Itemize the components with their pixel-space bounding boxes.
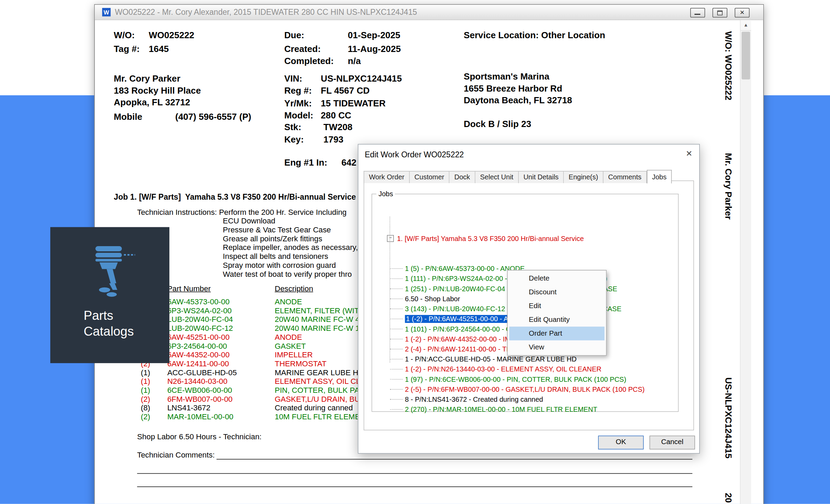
shop-labor-line: Shop Labor 6.50 Hours - Technician: [137, 432, 262, 441]
customer-address1: 183 Rocky Hill Place [114, 86, 201, 96]
instruction-line: Pressure & Vac Test Gear Case [223, 225, 364, 234]
part-number: 6CE-WB006-00-00 [167, 386, 275, 395]
part-description: 10M FUEL FLTR ELEMENT [275, 412, 370, 421]
context-menu: DeleteDiscountEditEdit QuantityOrder Par… [507, 270, 607, 356]
comments-line-3 [137, 486, 692, 487]
tile-label-line1: Parts [84, 307, 134, 323]
part-number: 6P3-WS24A-02-00 [167, 306, 275, 315]
tree-item-row[interactable]: 1 (97) - P/N:6CE-WB006-00-00 - PIN, COTT… [405, 374, 644, 384]
part-qty: (1) [141, 368, 167, 377]
restore-button[interactable] [713, 8, 727, 18]
vin-label: VIN: [284, 74, 302, 84]
key-value: 1793 [323, 135, 343, 145]
tree-item-row[interactable]: 1 (-2) - P/N:N26-13440-03-00 - ELEMENT A… [405, 364, 644, 374]
cancel-button[interactable]: Cancel [650, 435, 695, 449]
scroll-up-icon[interactable]: ▲ [740, 20, 751, 31]
comments-label: Technician Comments: [137, 451, 215, 459]
menu-item-order-part[interactable]: Order Part [509, 327, 605, 340]
part-number: 6P3-24564-00-00 [167, 342, 275, 351]
vertical-scrollbar[interactable]: ▲ [740, 20, 751, 504]
close-button[interactable]: ✕ [735, 8, 749, 18]
ok-button[interactable]: OK [598, 435, 644, 449]
menu-item-edit-quantity[interactable]: Edit Quantity [508, 313, 606, 327]
menu-item-delete[interactable]: Delete [508, 272, 606, 285]
jobs-group-label: Jobs [376, 190, 395, 198]
tree-item-row[interactable]: 2 (-5) - P/N:6FM-WB007-00-00 - GASKET,L/… [405, 384, 644, 394]
tab-comments[interactable]: Comments [603, 171, 647, 183]
tree-item-label: 1 (5) - P/N:6AW-45373-00-00 - ANODE [405, 265, 525, 273]
instruction-line: ECU Download [223, 217, 364, 225]
minimize-icon [694, 14, 700, 15]
tree-root-label: 1. [W/F Parts] Yamaha 5.3 V8 F350 200 Hr… [397, 233, 584, 243]
tab-engine-s-[interactable]: Engine(s) [564, 171, 603, 183]
part-description: MARINE GEAR LUBE HD [275, 368, 364, 377]
tab-unit-details[interactable]: Unit Details [519, 171, 564, 183]
tree-item-label: 8 - P/N:LNS41-3672 - Created during cann… [405, 396, 543, 403]
spine-label: Mr. Cory Parker [723, 153, 733, 219]
marina-name: Sportsman's Marina [464, 72, 549, 82]
part-description: THERMOSTAT [275, 359, 326, 368]
wo-label: W/O: [114, 30, 135, 41]
window-titlebar[interactable]: W WO025222 - Mr. Cory Alexander, 2015 TI… [95, 5, 763, 20]
part-number: LNS41-3672 [167, 403, 275, 412]
scrollbar-thumb[interactable] [742, 32, 750, 79]
window-title: WO025222 - Mr. Cory Alexander, 2015 TIDE… [115, 8, 417, 17]
due-value: 01-Sep-2025 [348, 30, 400, 41]
model-label: Model: [284, 111, 313, 121]
tab-customer[interactable]: Customer [410, 171, 450, 183]
tile-label: Parts Catalogs [84, 307, 134, 339]
tab-dock[interactable]: Dock [450, 171, 475, 183]
tab-select-unit[interactable]: Select Unit [475, 171, 519, 183]
part-number: LUB-20W40-FC-12 [167, 324, 275, 333]
part-qty: (8) [141, 403, 167, 412]
desktop: W WO025222 - Mr. Cory Alexander, 2015 TI… [0, 0, 830, 504]
vin-value: US-NLPXC124J415 [321, 74, 402, 84]
marina-address2: Daytona Beach, FL 32718 [464, 95, 572, 106]
instructions-intro: Technician Instructions: Perform the 200… [137, 208, 346, 217]
app-icon: W [102, 8, 111, 17]
part-description: IMPELLER [275, 350, 313, 359]
tag-value: 1645 [149, 44, 169, 55]
menu-item-discount[interactable]: Discount [508, 285, 606, 299]
job-title: Job 1. [W/F Parts] Yamaha 5.3 V8 F350 20… [114, 192, 356, 201]
completed-value: n/a [348, 56, 361, 67]
minimize-button[interactable] [690, 8, 705, 18]
tree-item-label: 2 (270) - P/N:MAR-10MEL-00-00 - 10M FUEL… [405, 406, 597, 413]
mobile-value: (407) 596-6557 (P) [175, 112, 251, 122]
part-number: ACC-GLUBE-HD-05 [167, 368, 275, 377]
stk-label: Stk: [284, 122, 301, 133]
marina-address1: 1655 Breeze Harbor Rd [464, 84, 562, 94]
dialog-close-icon[interactable]: ✕ [686, 149, 692, 158]
close-icon: ✕ [735, 9, 749, 17]
instruction-line: Inspect all belts and tensioners [223, 252, 364, 261]
parts-catalogs-tile[interactable]: Parts Catalogs [50, 227, 169, 363]
key-label: Key: [284, 135, 304, 145]
tree-item-label: 1 - P/N:ACC-GLUBE-HD-05 - MARINE GEAR LU… [405, 355, 577, 363]
tree-item-row[interactable]: 8 - P/N:LNS41-3672 - Created during cann… [405, 395, 644, 405]
spine-label: US-NLPXC124J415 [723, 377, 733, 458]
part-qty: (2) [141, 395, 167, 404]
tab-work-order[interactable]: Work Order [364, 171, 410, 183]
spine-label: 20 [723, 493, 733, 503]
tag-label: Tag #: [114, 44, 140, 55]
service-location: Service Location: Other Location [464, 30, 605, 41]
yrmk-label: Yr/Mk: [284, 98, 312, 109]
engine-value: 642 [342, 158, 357, 168]
part-description: Created during canned [275, 403, 353, 412]
tree-item-row[interactable]: 2 (270) - P/N:MAR-10MEL-00-00 - 10M FUEL… [405, 405, 644, 414]
parts-header-desc: Description [275, 284, 313, 293]
tab-jobs[interactable]: Jobs [647, 170, 672, 184]
mobile-label: Mobile [114, 112, 143, 122]
part-description: ELEMENT ASSY, OIL CL [275, 377, 360, 386]
menu-item-view[interactable]: View [508, 340, 606, 354]
part-qty: (1) [141, 377, 167, 386]
created-label: Created: [284, 44, 321, 55]
tree-root-row[interactable]: − 1. [W/F Parts] Yamaha 5.3 V8 F350 200 … [387, 233, 644, 243]
part-number: 6AW-44352-00-00 [167, 350, 275, 359]
part-description: PIN, COTTER, BULK PA [275, 386, 359, 395]
tree-collapse-icon[interactable]: − [387, 235, 394, 242]
wo-value: WO025222 [149, 30, 194, 41]
menu-item-edit[interactable]: Edit [508, 299, 606, 313]
part-description: ANODE [275, 297, 302, 306]
part-number: 6AW-45373-00-00 [167, 297, 275, 306]
